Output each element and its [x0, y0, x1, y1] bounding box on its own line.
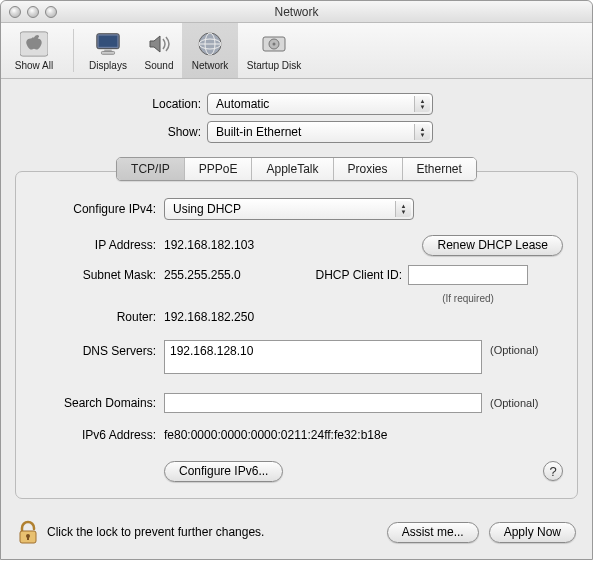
- toolbar-item-label: Startup Disk: [247, 60, 301, 71]
- ip-address-label: IP Address:: [30, 238, 164, 252]
- assist-me-button[interactable]: Assist me...: [387, 522, 479, 543]
- toolbar-separator: [73, 29, 74, 72]
- footer: Click the lock to prevent further change…: [1, 507, 592, 559]
- question-icon: ?: [549, 464, 556, 479]
- tab-appletalk[interactable]: AppleTalk: [252, 158, 333, 180]
- configure-ipv4-popup[interactable]: Using DHCP ▲▼: [164, 198, 414, 220]
- dhcp-client-id-label: DHCP Client ID:: [290, 268, 408, 282]
- globe-icon: [196, 30, 224, 58]
- lock-icon[interactable]: [17, 519, 39, 545]
- location-value: Automatic: [216, 97, 269, 111]
- tcpip-panel: Configure IPv4: Using DHCP ▲▼ IP Address…: [15, 171, 578, 499]
- updown-arrows-icon: ▲▼: [414, 124, 430, 140]
- toolbar-item-label: Show All: [15, 60, 53, 71]
- configure-ipv6-button[interactable]: Configure IPv6...: [164, 461, 283, 482]
- updown-arrows-icon: ▲▼: [414, 96, 430, 112]
- toolbar-startup-disk[interactable]: Startup Disk: [238, 23, 310, 78]
- tab-proxies[interactable]: Proxies: [334, 158, 403, 180]
- apply-now-button[interactable]: Apply Now: [489, 522, 576, 543]
- window-controls: [1, 6, 57, 18]
- titlebar: Network: [1, 1, 592, 23]
- toolbar-item-label: Network: [192, 60, 229, 71]
- dhcp-client-id-input[interactable]: [408, 265, 528, 285]
- svg-point-11: [273, 43, 276, 46]
- configure-ipv4-value: Using DHCP: [173, 202, 241, 216]
- tab-ethernet[interactable]: Ethernet: [403, 158, 476, 180]
- configure-ipv4-label: Configure IPv4:: [30, 202, 164, 216]
- disk-icon: [260, 30, 288, 58]
- svg-rect-14: [27, 536, 29, 540]
- router-label: Router:: [30, 310, 164, 324]
- toolbar-displays[interactable]: Displays: [80, 23, 136, 78]
- network-prefpane-window: Network Show All Displays: [0, 0, 593, 560]
- dns-optional-label: (Optional): [482, 340, 538, 356]
- ip-address-value: 192.168.182.103: [164, 238, 422, 252]
- router-value: 192.168.182.250: [164, 310, 254, 324]
- tab-pppoe[interactable]: PPPoE: [185, 158, 253, 180]
- ipv6-address-value: fe80:0000:0000:0000:0211:24ff:fe32:b18e: [164, 428, 387, 442]
- dns-servers-input[interactable]: [164, 340, 482, 374]
- toolbar-show-all[interactable]: Show All: [1, 23, 67, 78]
- show-label: Show:: [15, 125, 207, 139]
- renew-dhcp-lease-button[interactable]: Renew DHCP Lease: [422, 235, 563, 256]
- show-value: Built-in Ethernet: [216, 125, 301, 139]
- help-button[interactable]: ?: [543, 461, 563, 481]
- subnet-mask-value: 255.255.255.0: [164, 268, 290, 282]
- location-popup[interactable]: Automatic ▲▼: [207, 93, 433, 115]
- tabbar: TCP/IP PPPoE AppleTalk Proxies Ethernet: [15, 157, 578, 181]
- toolbar: Show All Displays Soun: [1, 23, 592, 79]
- zoom-icon[interactable]: [45, 6, 57, 18]
- window-title: Network: [1, 5, 592, 19]
- updown-arrows-icon: ▲▼: [395, 201, 411, 217]
- content-area: Location: Automatic ▲▼ Show: Built-in Et…: [1, 79, 592, 507]
- search-domains-input[interactable]: [164, 393, 482, 413]
- toolbar-sound[interactable]: Sound: [136, 23, 182, 78]
- ipv6-address-label: IPv6 Address:: [30, 428, 164, 442]
- toolbar-item-label: Sound: [145, 60, 174, 71]
- toolbar-item-label: Displays: [89, 60, 127, 71]
- dns-servers-label: DNS Servers:: [30, 340, 164, 358]
- toolbar-network[interactable]: Network: [182, 23, 238, 78]
- tab-tcpip[interactable]: TCP/IP: [117, 158, 185, 180]
- apple-grid-icon: [20, 30, 48, 58]
- search-optional-label: (Optional): [482, 397, 538, 409]
- dhcp-client-id-hint: (If required): [408, 293, 528, 304]
- svg-rect-4: [101, 51, 114, 54]
- minimize-icon[interactable]: [27, 6, 39, 18]
- location-label: Location:: [15, 97, 207, 111]
- show-popup[interactable]: Built-in Ethernet ▲▼: [207, 121, 433, 143]
- close-icon[interactable]: [9, 6, 21, 18]
- display-icon: [94, 30, 122, 58]
- lock-text: Click the lock to prevent further change…: [47, 525, 264, 539]
- search-domains-label: Search Domains:: [30, 396, 164, 410]
- svg-rect-2: [99, 36, 118, 47]
- subnet-mask-label: Subnet Mask:: [30, 268, 164, 282]
- speaker-icon: [145, 30, 173, 58]
